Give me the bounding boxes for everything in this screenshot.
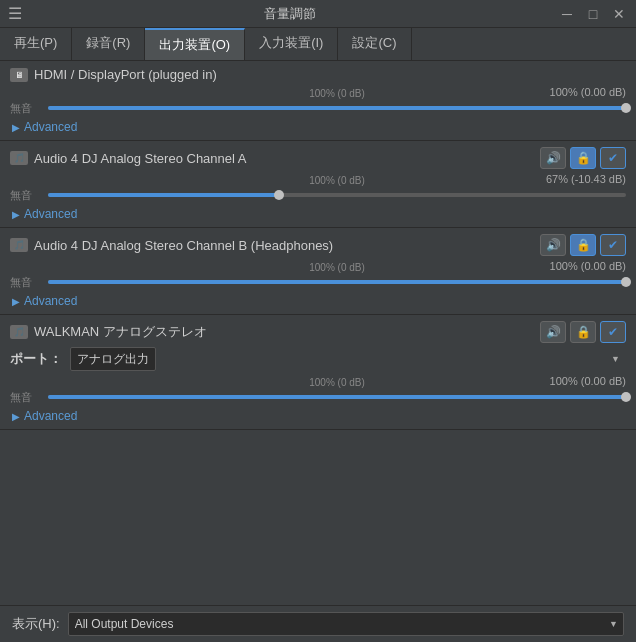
slider-row-3: 無音 100% (0 dB) <box>10 274 626 290</box>
mute-label-3: 無音 <box>10 275 40 290</box>
advanced-arrow-4: ▶ <box>12 411 20 422</box>
bottom-bar: 表示(H): All Output Devices <box>0 605 636 641</box>
port-label-4: ポート： <box>10 350 62 368</box>
slider-center-label-4: 100% (0 dB) <box>309 377 365 388</box>
show-select[interactable]: All Output Devices <box>68 612 624 636</box>
device-icon-3: 🎵 <box>10 238 28 252</box>
slider-thumb-1[interactable] <box>621 103 631 113</box>
tabbar: 再生(P) 録音(R) 出力装置(O) 入力装置(I) 設定(C) <box>0 28 636 61</box>
slider-center-label-1: 100% (0 dB) <box>309 88 365 99</box>
port-select-wrapper-4: アナログ出力 <box>70 347 626 371</box>
device-label-1: HDMI / DisplayPort (plugged in) <box>34 67 217 82</box>
device-icon-4: 🎵 <box>10 325 28 339</box>
device-name-3: 🎵 Audio 4 DJ Analog Stereo Channel B (He… <box>10 238 333 253</box>
device-header-3: 🎵 Audio 4 DJ Analog Stereo Channel B (He… <box>10 234 626 256</box>
device-icon-2: 🎵 <box>10 151 28 165</box>
tab-settings[interactable]: 設定(C) <box>338 28 411 60</box>
slider-container-2[interactable]: 100% (0 dB) <box>48 187 626 203</box>
mute-label-1: 無音 <box>10 101 40 116</box>
advanced-label-4: Advanced <box>24 409 77 423</box>
advanced-toggle-2[interactable]: ▶ Advanced <box>10 207 626 221</box>
slider-row-4: 無音 100% (0 dB) <box>10 389 626 405</box>
tab-recording[interactable]: 録音(R) <box>72 28 145 60</box>
lock-btn-4[interactable]: 🔒 <box>570 321 596 343</box>
tab-playback[interactable]: 再生(P) <box>0 28 72 60</box>
minimize-button[interactable]: ─ <box>558 6 576 22</box>
advanced-arrow-2: ▶ <box>12 209 20 220</box>
main-content: 🖥 HDMI / DisplayPort (plugged in) 100% (… <box>0 61 636 605</box>
slider-fill-2 <box>48 193 279 197</box>
slider-track-4 <box>48 395 626 399</box>
slider-row-2: 無音 100% (0 dB) <box>10 187 626 203</box>
advanced-arrow-1: ▶ <box>12 122 20 133</box>
device-name-4: 🎵 WALKMAN アナログステレオ <box>10 323 207 341</box>
slider-fill-4 <box>48 395 626 399</box>
slider-row-1: 無音 100% (0 dB) <box>10 100 626 116</box>
check-btn-2[interactable]: ✔ <box>600 147 626 169</box>
slider-fill-3 <box>48 280 626 284</box>
menu-icon[interactable]: ☰ <box>8 4 22 23</box>
window-controls: ─ □ ✕ <box>558 6 628 22</box>
advanced-toggle-3[interactable]: ▶ Advanced <box>10 294 626 308</box>
slider-center-label-3: 100% (0 dB) <box>309 262 365 273</box>
slider-fill-1 <box>48 106 626 110</box>
device-controls-2: 🔊 🔒 ✔ <box>540 147 626 169</box>
slider-container-4[interactable]: 100% (0 dB) <box>48 389 626 405</box>
device-label-3: Audio 4 DJ Analog Stereo Channel B (Head… <box>34 238 333 253</box>
show-label: 表示(H): <box>12 615 60 633</box>
slider-container-3[interactable]: 100% (0 dB) <box>48 274 626 290</box>
port-row-4: ポート： アナログ出力 <box>10 347 626 371</box>
mute-label-4: 無音 <box>10 390 40 405</box>
advanced-arrow-3: ▶ <box>12 296 20 307</box>
lock-btn-2[interactable]: 🔒 <box>570 147 596 169</box>
advanced-toggle-1[interactable]: ▶ Advanced <box>10 120 626 134</box>
check-btn-4[interactable]: ✔ <box>600 321 626 343</box>
slider-track-3 <box>48 280 626 284</box>
device-icon-1: 🖥 <box>10 68 28 82</box>
advanced-label-3: Advanced <box>24 294 77 308</box>
tab-input[interactable]: 入力装置(I) <box>245 28 338 60</box>
advanced-label-1: Advanced <box>24 120 77 134</box>
device-section-3: 🎵 Audio 4 DJ Analog Stereo Channel B (He… <box>0 228 636 315</box>
check-btn-3[interactable]: ✔ <box>600 234 626 256</box>
mute-label-2: 無音 <box>10 188 40 203</box>
restore-button[interactable]: □ <box>584 6 602 22</box>
advanced-toggle-4[interactable]: ▶ Advanced <box>10 409 626 423</box>
slider-thumb-3[interactable] <box>621 277 631 287</box>
slider-container-1[interactable]: 100% (0 dB) <box>48 100 626 116</box>
device-header-2: 🎵 Audio 4 DJ Analog Stereo Channel A 🔊 🔒… <box>10 147 626 169</box>
device-section-1: 🖥 HDMI / DisplayPort (plugged in) 100% (… <box>0 61 636 141</box>
tab-output[interactable]: 出力装置(O) <box>145 28 245 60</box>
device-name-2: 🎵 Audio 4 DJ Analog Stereo Channel A <box>10 151 246 166</box>
port-select-4[interactable]: アナログ出力 <box>70 347 156 371</box>
device-section-2: 🎵 Audio 4 DJ Analog Stereo Channel A 🔊 🔒… <box>0 141 636 228</box>
speaker-btn-3[interactable]: 🔊 <box>540 234 566 256</box>
device-label-2: Audio 4 DJ Analog Stereo Channel A <box>34 151 246 166</box>
slider-track-1 <box>48 106 626 110</box>
device-header-1: 🖥 HDMI / DisplayPort (plugged in) <box>10 67 626 82</box>
slider-track-2 <box>48 193 626 197</box>
titlebar: ☰ 音量調節 ─ □ ✕ <box>0 0 636 28</box>
show-select-wrapper: All Output Devices <box>68 612 624 636</box>
device-section-4: 🎵 WALKMAN アナログステレオ 🔊 🔒 ✔ ポート： アナログ出力 100… <box>0 315 636 430</box>
advanced-label-2: Advanced <box>24 207 77 221</box>
slider-center-label-2: 100% (0 dB) <box>309 175 365 186</box>
window-title: 音量調節 <box>22 5 558 23</box>
device-controls-3: 🔊 🔒 ✔ <box>540 234 626 256</box>
device-label-4: WALKMAN アナログステレオ <box>34 323 207 341</box>
slider-thumb-2[interactable] <box>274 190 284 200</box>
device-name-1: 🖥 HDMI / DisplayPort (plugged in) <box>10 67 217 82</box>
speaker-btn-2[interactable]: 🔊 <box>540 147 566 169</box>
speaker-btn-4[interactable]: 🔊 <box>540 321 566 343</box>
close-button[interactable]: ✕ <box>610 6 628 22</box>
device-controls-4: 🔊 🔒 ✔ <box>540 321 626 343</box>
device-header-4: 🎵 WALKMAN アナログステレオ 🔊 🔒 ✔ <box>10 321 626 343</box>
lock-btn-3[interactable]: 🔒 <box>570 234 596 256</box>
slider-thumb-4[interactable] <box>621 392 631 402</box>
